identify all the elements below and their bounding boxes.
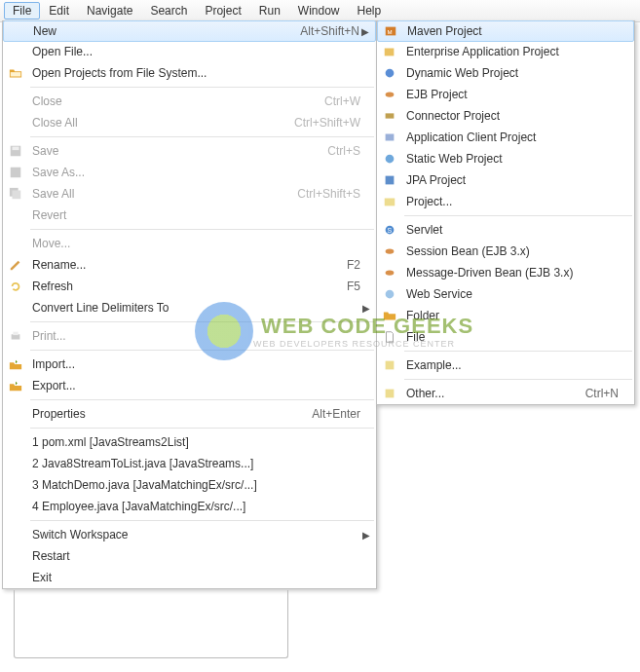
chevron-right-icon: ▶ bbox=[362, 530, 370, 541]
menubar-edit[interactable]: Edit bbox=[40, 2, 78, 19]
menu-label: Application Client Project bbox=[402, 131, 634, 144]
export-icon bbox=[3, 379, 28, 392]
jpa-icon bbox=[377, 173, 402, 187]
menu-label: File bbox=[402, 330, 634, 344]
new-enterprise-app[interactable]: Enterprise Application Project bbox=[377, 41, 634, 62]
menu-properties[interactable]: Properties Alt+Enter bbox=[3, 403, 376, 425]
new-file[interactable]: File bbox=[377, 326, 634, 348]
menu-new[interactable]: New Alt+Shift+N ▶ bbox=[3, 20, 376, 42]
new-web-service[interactable]: Web Service bbox=[377, 283, 634, 305]
menu-shortcut: Ctrl+Shift+W bbox=[294, 116, 376, 130]
menu-open-projects-fs[interactable]: Open Projects from File System... bbox=[3, 62, 376, 84]
new-app-client-project[interactable]: Application Client Project bbox=[377, 127, 634, 148]
separator bbox=[30, 350, 374, 351]
menu-label: Message-Driven Bean (EJB 3.x) bbox=[402, 266, 634, 280]
new-maven-project[interactable]: M Maven Project bbox=[377, 20, 634, 42]
menu-label: Static Web Project bbox=[402, 152, 634, 166]
menubar-window[interactable]: Window bbox=[289, 2, 349, 19]
menu-rename[interactable]: Rename... F2 bbox=[3, 254, 376, 276]
menu-export[interactable]: Export... bbox=[3, 375, 376, 396]
menubar-help[interactable]: Help bbox=[349, 2, 391, 19]
new-session-bean[interactable]: Session Bean (EJB 3.x) bbox=[377, 241, 634, 262]
svg-text:M: M bbox=[388, 28, 393, 35]
menubar-project[interactable]: Project bbox=[196, 2, 249, 19]
new-example[interactable]: Example... bbox=[377, 355, 634, 376]
separator bbox=[30, 321, 374, 322]
menu-recent-3[interactable]: 3 MatchDemo.java [JavaMatchingEx/src/...… bbox=[3, 474, 376, 496]
menu-revert[interactable]: Revert bbox=[3, 205, 376, 226]
menu-label: Close bbox=[28, 94, 324, 108]
other-icon bbox=[377, 387, 402, 400]
separator bbox=[30, 87, 374, 88]
example-icon bbox=[377, 358, 402, 372]
svg-rect-23 bbox=[386, 390, 395, 398]
menu-label: 4 Employee.java [JavaMatchingEx/src/...] bbox=[28, 500, 376, 513]
svg-rect-15 bbox=[386, 176, 395, 185]
menu-import[interactable]: Import... bbox=[3, 354, 376, 375]
menu-label: Web Service bbox=[402, 287, 634, 301]
menu-shortcut: Ctrl+S bbox=[327, 144, 376, 158]
menu-recent-1[interactable]: 1 pom.xml [JavaStreams2List] bbox=[3, 431, 376, 453]
menu-save-as[interactable]: Save As... bbox=[3, 162, 376, 183]
svg-point-11 bbox=[386, 92, 395, 96]
menu-convert-delimiters[interactable]: Convert Line Delimiters To ▶ bbox=[3, 297, 376, 318]
new-static-web[interactable]: Static Web Project bbox=[377, 148, 634, 169]
menu-move[interactable]: Move... bbox=[3, 233, 376, 254]
menubar-file[interactable]: File bbox=[4, 2, 40, 19]
menu-shortcut: Ctrl+W bbox=[324, 94, 376, 108]
chevron-right-icon: ▶ bbox=[362, 303, 370, 314]
menubar-navigate[interactable]: Navigate bbox=[78, 2, 141, 19]
new-message-bean[interactable]: Message-Driven Bean (EJB 3.x) bbox=[377, 262, 634, 283]
menu-label: Print... bbox=[28, 329, 376, 343]
menu-recent-2[interactable]: 2 Java8StreamToList.java [JavaStreams...… bbox=[3, 453, 376, 474]
folder-icon bbox=[377, 309, 402, 322]
chevron-right-icon: ▶ bbox=[361, 26, 369, 37]
servlet-icon: S bbox=[377, 223, 402, 237]
new-project[interactable]: Project... bbox=[377, 191, 634, 212]
save-as-icon bbox=[3, 166, 28, 179]
menubar-search[interactable]: Search bbox=[141, 2, 196, 19]
menu-recent-4[interactable]: 4 Employee.java [JavaMatchingEx/src/...] bbox=[3, 496, 376, 517]
menu-print[interactable]: Print... bbox=[3, 325, 376, 347]
save-all-icon bbox=[3, 187, 28, 201]
refresh-icon bbox=[3, 280, 28, 293]
menu-label: Save bbox=[28, 144, 327, 158]
separator bbox=[30, 136, 374, 137]
menu-save-all[interactable]: Save All Ctrl+Shift+S bbox=[3, 183, 376, 205]
svg-point-19 bbox=[386, 248, 395, 253]
menu-exit[interactable]: Exit bbox=[3, 567, 376, 588]
import-icon bbox=[3, 357, 28, 371]
new-connector-project[interactable]: Connector Project bbox=[377, 105, 634, 127]
svg-rect-4 bbox=[13, 191, 21, 200]
menu-label: Convert Line Delimiters To bbox=[28, 301, 376, 315]
menu-open-file[interactable]: Open File... bbox=[3, 41, 376, 62]
menu-switch-workspace[interactable]: Switch Workspace ▶ bbox=[3, 524, 376, 545]
menu-refresh[interactable]: Refresh F5 bbox=[3, 276, 376, 297]
menu-shortcut: Alt+Enter bbox=[312, 407, 376, 421]
menubar: File Edit Navigate Search Project Run Wi… bbox=[0, 0, 640, 22]
menu-save[interactable]: Save Ctrl+S bbox=[3, 140, 376, 162]
maven-icon: M bbox=[378, 24, 403, 38]
new-servlet[interactable]: S Servlet bbox=[377, 219, 634, 241]
svg-point-14 bbox=[386, 155, 395, 164]
menu-label: Properties bbox=[28, 407, 312, 421]
svg-point-10 bbox=[386, 69, 395, 78]
new-jpa-project[interactable]: JPA Project bbox=[377, 169, 634, 191]
menu-close[interactable]: Close Ctrl+W bbox=[3, 91, 376, 112]
new-other[interactable]: Other... Ctrl+N bbox=[377, 383, 634, 404]
menu-restart[interactable]: Restart bbox=[3, 545, 376, 567]
menu-label: Maven Project bbox=[403, 24, 633, 38]
menubar-run[interactable]: Run bbox=[250, 2, 289, 19]
new-dynamic-web[interactable]: Dynamic Web Project bbox=[377, 62, 634, 84]
new-ejb-project[interactable]: EJB Project bbox=[377, 84, 634, 105]
menu-label: 1 pom.xml [JavaStreams2List] bbox=[28, 435, 376, 449]
new-folder[interactable]: Folder bbox=[377, 305, 634, 326]
svg-rect-22 bbox=[386, 361, 395, 370]
menu-label: Session Bean (EJB 3.x) bbox=[402, 244, 634, 258]
menu-label: Exit bbox=[28, 571, 376, 584]
connector-icon bbox=[377, 109, 402, 123]
separator bbox=[30, 229, 374, 230]
menu-label: EJB Project bbox=[402, 88, 634, 101]
separator bbox=[404, 215, 632, 216]
menu-close-all[interactable]: Close All Ctrl+Shift+W bbox=[3, 112, 376, 133]
